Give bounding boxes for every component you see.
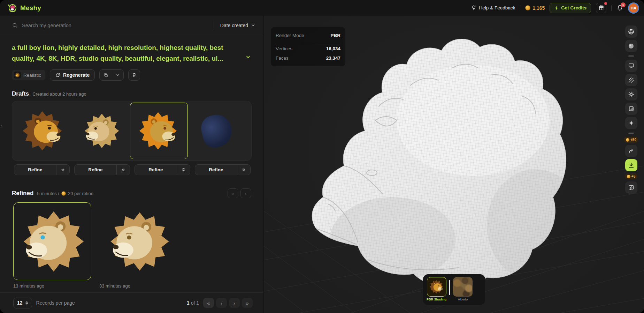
drafts-title: Drafts: [12, 90, 29, 97]
draft-thumbnail-1[interactable]: [14, 103, 72, 159]
next-page-button[interactable]: ›: [229, 298, 240, 308]
draft-thumbnail-3-selected[interactable]: [130, 103, 188, 159]
coin-icon: [525, 5, 530, 10]
get-credits-label: Get Credits: [561, 5, 586, 10]
refine-label: Refine: [75, 167, 116, 172]
download-icon: [628, 162, 635, 169]
material-sphere-button[interactable]: [625, 40, 637, 52]
last-page-button[interactable]: »: [242, 298, 253, 308]
draft-thumbnail-4[interactable]: [188, 103, 246, 159]
texture-button[interactable]: [625, 117, 637, 129]
refined-timestamps: 13 minutes ago 33 minutes ago: [13, 283, 263, 289]
prompt-row: a full boy lion, highly detailed, high r…: [12, 42, 255, 64]
user-avatar[interactable]: HA: [628, 2, 639, 14]
coin-icon: [627, 175, 630, 178]
refined-thumbnail-2[interactable]: [99, 202, 177, 280]
notifications-button[interactable]: 1: [616, 5, 623, 11]
toolbar-divider: [625, 54, 637, 58]
refine-button-1[interactable]: Refine: [14, 164, 70, 175]
lighting-button[interactable]: [625, 88, 637, 100]
gift-icon: [598, 5, 604, 11]
credit-reward-badge-50: +50: [624, 137, 638, 143]
delete-button[interactable]: [128, 69, 140, 81]
matcap-button[interactable]: [625, 103, 637, 115]
select-carets-icon: [25, 301, 28, 305]
trash-icon: [131, 72, 137, 78]
search-icon: [12, 22, 18, 28]
get-credits-button[interactable]: Get Credits: [550, 3, 591, 13]
copy-button[interactable]: [100, 70, 112, 80]
meshy-logo[interactable]: Meshy: [7, 3, 41, 13]
render-mode-value: PBR: [330, 33, 340, 38]
coin-icon: [626, 138, 629, 142]
regenerate-button[interactable]: Regenerate: [50, 69, 95, 81]
sort-dropdown[interactable]: Date created: [214, 21, 255, 30]
render-mode-sphere-button[interactable]: [625, 25, 637, 38]
refined-next-button[interactable]: ›: [240, 188, 251, 198]
refine-settings-button-4[interactable]: [237, 165, 250, 175]
refined-prev-button[interactable]: ‹: [228, 188, 238, 198]
style-chip-realistic[interactable]: Realistic: [12, 70, 45, 80]
style-thumbnail: [14, 72, 21, 79]
screenshot-button[interactable]: [625, 60, 637, 72]
per-page-value: 12: [17, 300, 23, 306]
refined-subtitle: 5 minutes / 20 per refine: [37, 191, 93, 196]
albedo-label: Albedo: [458, 298, 468, 301]
share-button[interactable]: [625, 145, 637, 157]
copy-more-button[interactable]: [112, 70, 123, 80]
refine-label: Refine: [195, 167, 237, 172]
star-box-icon: [628, 184, 635, 191]
prompt-expand-icon[interactable]: [245, 54, 251, 60]
search-input[interactable]: [22, 23, 214, 28]
model-viewport[interactable]: Render Mode PBR Vertices 16,034 Faces 23…: [264, 16, 644, 313]
refine-label: Refine: [14, 167, 56, 172]
vertices-value: 16,034: [326, 46, 340, 51]
refine-settings-button-2[interactable]: [117, 165, 130, 175]
lion-mesh-model: [312, 39, 584, 288]
refine-label: Refine: [135, 167, 177, 172]
refine-button-2[interactable]: Refine: [74, 164, 130, 175]
records-per-page-label: Records per page: [36, 300, 75, 306]
split-square-icon: [628, 105, 635, 112]
copy-split-button[interactable]: [99, 69, 124, 81]
wire-sphere-icon: [628, 28, 635, 35]
help-feedback-button[interactable]: Help & Feedback: [471, 5, 515, 11]
first-page-button[interactable]: «: [203, 298, 214, 308]
credit-balance[interactable]: 1,165: [525, 5, 545, 11]
drafts-card: [12, 101, 252, 161]
panel-collapse-handle[interactable]: ›: [1, 123, 2, 129]
topbar-divider: [520, 5, 520, 11]
style-chip-label: Realistic: [23, 73, 41, 78]
vertices-row: Vertices 16,034: [276, 44, 340, 53]
refined-thumbnail-1-selected[interactable]: [13, 202, 91, 280]
refine-settings-button-3[interactable]: [177, 165, 190, 175]
wireframe-toggle-button[interactable]: [625, 74, 637, 86]
records-per-page-select[interactable]: 12: [13, 298, 32, 308]
faces-value: 23,347: [326, 55, 340, 61]
copy-icon: [103, 73, 108, 78]
download-button[interactable]: [625, 159, 637, 171]
pagination-bar: 12 Records per page 1of 1 « ‹ › »: [0, 292, 263, 313]
texture-option-albedo[interactable]: Albedo: [453, 277, 473, 303]
refined-2-timestamp: 33 minutes ago: [99, 283, 177, 289]
regenerate-label: Regenerate: [63, 72, 90, 78]
prompt-text: a full boy lion, highly detailed, high r…: [12, 42, 243, 64]
rewards-button[interactable]: [596, 3, 606, 13]
stats-divider: [276, 42, 340, 42]
refine-settings-button-1[interactable]: [56, 165, 69, 175]
texture-option-pbr[interactable]: PBR Shading: [427, 277, 446, 303]
refine-button-4[interactable]: Refine: [195, 164, 251, 175]
draft-4-model: [198, 112, 235, 150]
prev-page-button[interactable]: ‹: [216, 298, 227, 308]
draft-thumbnail-2[interactable]: [72, 103, 130, 159]
viewport-toolbar: +50 +5: [624, 25, 638, 194]
chevron-down-icon: [251, 23, 255, 28]
refined-header: Refined 5 minutes / 20 per refine ‹ ›: [12, 188, 251, 198]
credit-reward-badge-5: +5: [625, 173, 637, 179]
gear-icon: [60, 167, 66, 172]
lightbulb-icon: [471, 5, 477, 11]
gear-icon: [241, 167, 246, 172]
page-indicator: 1of 1: [187, 300, 199, 306]
feedback-button[interactable]: [625, 181, 637, 194]
refine-button-3[interactable]: Refine: [135, 164, 190, 175]
